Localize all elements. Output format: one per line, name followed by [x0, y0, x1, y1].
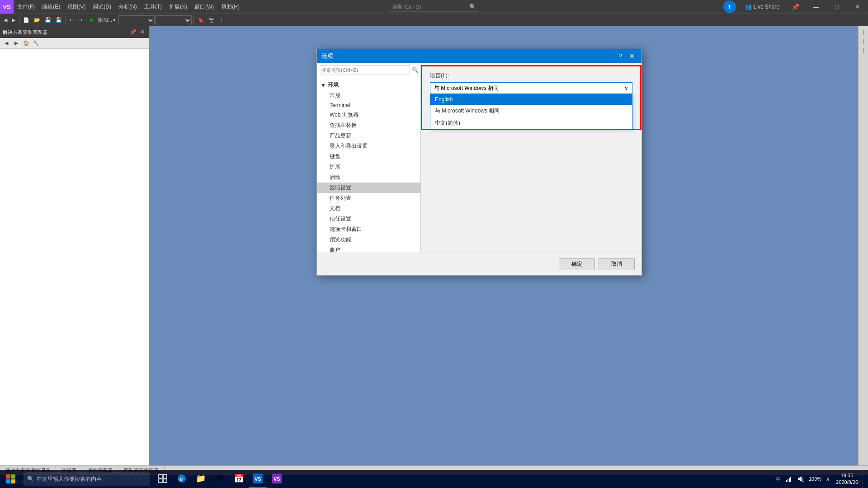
pin-button[interactable]: 📌	[785, 0, 806, 14]
taskbar-vs-purple[interactable]: VS	[268, 470, 286, 488]
solution-explorer-title: 解决方案资源管理器	[3, 29, 47, 36]
dialog-search-icon: 🔍	[412, 67, 419, 73]
language-label: 语言(L):	[430, 72, 632, 80]
tree-item-15[interactable]: 账户	[317, 245, 420, 253]
rs-item-3[interactable]: |	[859, 46, 868, 54]
tree-item-11[interactable]: 文档	[317, 203, 420, 214]
svg-rect-7	[163, 479, 167, 483]
start-button[interactable]: ▶	[88, 15, 95, 25]
extra-button[interactable]: ⋮	[217, 15, 226, 25]
se-content	[0, 49, 149, 465]
attach-button[interactable]: 附加... ▾	[96, 15, 118, 25]
tree-item-14[interactable]: 预览功能	[317, 235, 420, 245]
taskbar-task-view[interactable]	[154, 470, 172, 488]
se-back-button[interactable]: ◀	[2, 39, 11, 48]
start-button[interactable]	[0, 470, 22, 488]
menu-tools[interactable]: 工具(T)	[141, 0, 165, 14]
se-home-button[interactable]: 🏠	[22, 39, 31, 48]
taskbar-calendar[interactable]: 📅	[230, 470, 248, 488]
menu-help[interactable]: 帮助(H)	[217, 0, 243, 14]
new-project-button[interactable]: 📄	[21, 15, 31, 25]
taskbar-language[interactable]: 中	[774, 470, 783, 488]
taskbar-explorer[interactable]: 📁	[192, 470, 210, 488]
tree-item-10[interactable]: 任务列表	[317, 193, 420, 203]
dialog-help-button[interactable]: ?	[615, 51, 625, 61]
close-button[interactable]: ✕	[847, 0, 868, 14]
tree-item-9[interactable]: 区域设置	[317, 183, 420, 193]
tree-item-13[interactable]: 选项卡和窗口	[317, 224, 420, 235]
open-button[interactable]: 📂	[32, 15, 42, 25]
taskbar-volume[interactable]: ))	[795, 470, 806, 488]
tree-item-12[interactable]: 信任设置	[317, 214, 420, 224]
taskbar-battery[interactable]: 100%	[807, 470, 823, 488]
menu-edit[interactable]: 编辑(E)	[38, 0, 64, 14]
menu-debug[interactable]: 调试(D)	[89, 0, 115, 14]
config-dropdown[interactable]	[118, 15, 155, 25]
bookmark-button[interactable]: 🔖	[196, 15, 206, 25]
language-container: 语言(L): 与 Microsoft Windows 相同 ∨ English …	[430, 72, 632, 94]
save-all-button[interactable]: 💾	[54, 15, 64, 25]
title-search-icon: 🔍	[469, 4, 476, 10]
dialog-search-input[interactable]	[319, 65, 410, 75]
tree-group-environment: ▼ 环境 常规 Terminal Web 浏览器 查找和替换 产品更新 导入和导…	[317, 79, 420, 253]
taskbar-mail[interactable]: ✉	[211, 470, 229, 488]
edge-icon: e	[177, 474, 187, 483]
show-desktop-button[interactable]	[863, 470, 866, 488]
menu-analyze[interactable]: 分析(N)	[115, 0, 141, 14]
menu-view[interactable]: 视图(V)	[64, 0, 89, 14]
se-pin-button[interactable]: 📌	[128, 28, 138, 36]
taskbar-network[interactable]	[783, 470, 794, 488]
se-forward-button[interactable]: ▶	[12, 39, 21, 48]
taskbar-edge[interactable]: e	[173, 470, 191, 488]
cancel-button[interactable]: 取消	[599, 258, 635, 270]
title-search-box[interactable]: 搜索 (Ctrl+Q) 🔍	[389, 2, 479, 12]
platform-dropdown[interactable]	[156, 15, 192, 25]
live-share-icon: 👥	[745, 4, 752, 10]
tree-item-5[interactable]: 导入和导出设置	[317, 141, 420, 151]
tree-item-2[interactable]: Web 浏览器	[317, 110, 420, 120]
tree-item-8[interactable]: 启动	[317, 172, 420, 183]
tree-item-1[interactable]: Terminal	[317, 101, 420, 110]
taskbar-right: 中 )) 100% ∧ 19:35 2020/8/26	[774, 470, 868, 488]
taskbar-vs-blue[interactable]: VS	[249, 470, 267, 488]
menu-extensions[interactable]: 扩展(X)	[165, 0, 191, 14]
language-dropdown-arrow: ∨	[624, 85, 628, 91]
clock[interactable]: 19:35 2020/8/26	[832, 472, 862, 486]
dialog-close-button[interactable]: ✕	[627, 51, 637, 61]
lang-option-windows[interactable]: 与 Microsoft Windows 相同	[430, 105, 632, 117]
user-avatar[interactable]: T	[723, 0, 736, 13]
tree-group-header[interactable]: ▼ 环境	[317, 80, 420, 90]
tree-item-3[interactable]: 查找和替换	[317, 120, 420, 131]
save-button[interactable]: 💾	[43, 15, 53, 25]
taskbar-system-icons[interactable]: ∧	[824, 470, 831, 488]
menu-window[interactable]: 窗口(W)	[191, 0, 217, 14]
se-settings-button[interactable]: 🔧	[32, 39, 41, 48]
redo-button[interactable]: ↪	[76, 15, 84, 25]
rs-item-2[interactable]: |	[859, 37, 868, 45]
lang-option-english[interactable]: English	[430, 94, 632, 105]
minimize-button[interactable]: —	[806, 0, 826, 14]
live-share-button[interactable]: 👥 Live Share	[740, 0, 785, 14]
forward-button[interactable]: ▶	[10, 15, 17, 25]
title-search-placeholder: 搜索 (Ctrl+Q)	[392, 4, 421, 10]
screenshot-button[interactable]: 📷	[207, 15, 217, 25]
undo-button[interactable]: ↩	[68, 15, 75, 25]
tree-item-6[interactable]: 键盘	[317, 151, 420, 162]
save-icon: 💾	[45, 17, 51, 23]
svg-text:e: e	[179, 475, 183, 482]
se-close-button[interactable]: ✕	[139, 28, 146, 36]
tree-item-7[interactable]: 扩展	[317, 162, 420, 172]
tree-item-4[interactable]: 产品更新	[317, 131, 420, 141]
toolbar: ◀ ▶ 📄 📂 💾 💾 ↩ ↪ ▶ 附加... ▾ 🔖 📷 ⋮	[0, 14, 868, 26]
ok-button[interactable]: 确定	[559, 258, 595, 270]
toolbar-sep-2	[66, 16, 66, 24]
menu-file[interactable]: 文件(F)	[14, 0, 38, 14]
taskbar-search[interactable]: 🔍 在这里输入你要搜索的内容	[24, 472, 150, 486]
lang-option-chinese[interactable]: 中文(简体)	[430, 117, 632, 129]
back-button[interactable]: ◀	[2, 15, 9, 25]
rs-item-1[interactable]: |	[859, 28, 868, 36]
maximize-button[interactable]: □	[826, 0, 847, 14]
language-select-display[interactable]: 与 Microsoft Windows 相同 ∨	[430, 82, 632, 94]
tree-item-0[interactable]: 常规	[317, 90, 420, 101]
dialog-right-panel: 语言(L): 与 Microsoft Windows 相同 ∨ English …	[421, 63, 642, 253]
